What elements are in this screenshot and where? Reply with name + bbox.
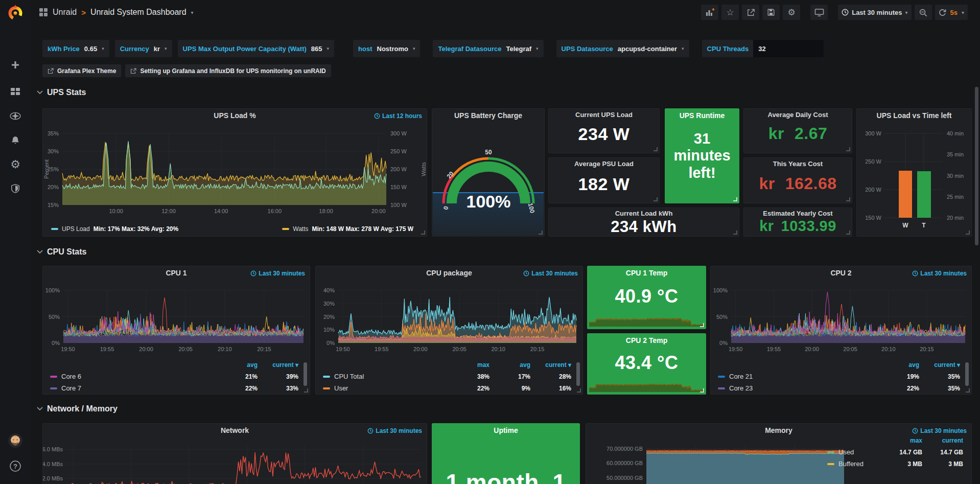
- legend-sort-max[interactable]: max: [884, 437, 922, 444]
- variable-host[interactable]: hostNostromo▾: [353, 40, 420, 57]
- panel-title[interactable]: Average PSU Load: [549, 158, 659, 170]
- svg-text:20:05: 20:05: [452, 346, 466, 352]
- section-ups-stats[interactable]: UPS Stats: [37, 88, 86, 97]
- server-admin-shield-icon[interactable]: [0, 178, 31, 199]
- section-cpu-stats[interactable]: CPU Stats: [37, 247, 86, 257]
- panel-title[interactable]: UPS Load %: [43, 109, 427, 123]
- panel-title[interactable]: Current UPS Load: [549, 109, 659, 121]
- panel-title[interactable]: UPS Runtime: [665, 109, 739, 123]
- refresh-interval[interactable]: 5s: [950, 9, 958, 16]
- variable-currency[interactable]: Currencykr▾: [115, 40, 172, 57]
- zoom-out-button[interactable]: [915, 5, 932, 20]
- panel-title[interactable]: CPU 1 Temp: [588, 266, 706, 280]
- variable-cpu-threads[interactable]: CPU Threads32: [702, 40, 824, 57]
- svg-text:6.0 MBs: 6.0 MBs: [43, 446, 63, 452]
- dashboard-link[interactable]: Setting up Grafana and InfluxDB for UPS …: [125, 64, 331, 77]
- legend-sort-current[interactable]: current ▾: [261, 361, 298, 368]
- variable-ups-max-output-power-capacity-watt-[interactable]: UPS Max Output Power Capacity (Watt)865▾: [178, 40, 334, 57]
- legend-item[interactable]: WattsMin: 148 W Max: 278 W Avg: 175 W: [282, 225, 413, 233]
- panel-average-daily-cost: Average Daily Cost kr2.67: [743, 108, 852, 153]
- panel-uptime: Uptime 1 month, 1: [432, 423, 580, 484]
- variable-value[interactable]: 865: [311, 45, 322, 53]
- legend-sort-avg[interactable]: avg: [881, 361, 919, 368]
- variable-value[interactable]: kr: [154, 45, 160, 53]
- variable-value[interactable]: Nostromo: [377, 45, 408, 53]
- panel-title[interactable]: UPS Battery Charge: [432, 109, 544, 123]
- legend-scrollbar[interactable]: [304, 362, 307, 386]
- panel-title[interactable]: This Years Cost: [744, 158, 852, 170]
- tv-cycle-button[interactable]: [810, 5, 828, 20]
- variable-value[interactable]: Telegraf: [506, 45, 531, 53]
- legend-sort-avg[interactable]: avg: [493, 361, 530, 368]
- stat-value: 31 minutes left!: [665, 130, 739, 181]
- panel-title[interactable]: UPS Load vs Time left: [857, 109, 971, 123]
- legend-series[interactable]: Core 21: [718, 373, 878, 380]
- svg-text:20:00: 20:00: [805, 346, 819, 352]
- chevron-down-icon: [37, 90, 43, 95]
- refresh-button[interactable]: 5s ▾: [935, 5, 968, 20]
- variable-ups-datasource[interactable]: UPS Datasourceapcupsd-container▾: [556, 40, 689, 57]
- star-button[interactable]: ☆: [721, 5, 739, 20]
- svg-text:19:55: 19:55: [767, 346, 781, 352]
- dashboard-scrollbar[interactable]: [975, 87, 978, 245]
- save-button[interactable]: [762, 5, 780, 20]
- share-button[interactable]: [742, 5, 759, 20]
- variable-label: Currency: [120, 45, 149, 53]
- svg-text:12:00: 12:00: [161, 208, 176, 214]
- stat-value: 40.9 °C: [588, 286, 706, 307]
- svg-text:20:10: 20:10: [218, 346, 232, 352]
- panel-title[interactable]: Current Load kWh: [549, 208, 739, 218]
- dashboard-link[interactable]: Grafana Plex Theme: [42, 64, 121, 77]
- help-icon[interactable]: ?: [0, 456, 31, 476]
- panel-title[interactable]: CPU 2 Temp: [588, 334, 706, 348]
- legend-sort-max[interactable]: max: [452, 361, 489, 368]
- svg-text:20 min: 20 min: [947, 215, 964, 221]
- legend-sort-current[interactable]: current ▾: [533, 361, 571, 368]
- panel-title[interactable]: Estimated Yearly Cost: [744, 208, 852, 218]
- section-network-memory[interactable]: Network / Memory: [37, 404, 118, 413]
- breadcrumb-folder[interactable]: Unraid: [53, 8, 77, 17]
- legend-sort-current[interactable]: current: [925, 437, 963, 444]
- add-panel-button[interactable]: [701, 5, 718, 20]
- alerting-bell-icon[interactable]: [0, 130, 31, 151]
- svg-text:2.0 MBs: 2.0 MBs: [43, 475, 63, 481]
- legend-series[interactable]: Core 7: [50, 384, 217, 392]
- legend-item[interactable]: UPS LoadMin: 17% Max: 32% Avg: 20%: [51, 225, 178, 233]
- panel-title[interactable]: Average Daily Cost: [744, 109, 852, 121]
- legend-series[interactable]: Core 6: [50, 373, 217, 380]
- legend-series[interactable]: CPU Total: [323, 373, 449, 380]
- dashboard-grid-icon[interactable]: [39, 8, 48, 17]
- explore-compass-icon[interactable]: [0, 106, 31, 126]
- grafana-dashboard: ⚙ ?: [0, 0, 980, 484]
- variable-kwh-price[interactable]: kWh Price0.65▾: [42, 40, 109, 57]
- chevron-down-icon: [37, 250, 43, 254]
- legend-scrollbar[interactable]: [576, 362, 580, 386]
- variable-value[interactable]: 0.65: [84, 45, 97, 53]
- legend-series[interactable]: User: [323, 384, 449, 392]
- grafana-logo[interactable]: [4, 1, 27, 25]
- legend-series[interactable]: Buffered: [827, 460, 881, 468]
- legend-sort-avg[interactable]: avg: [220, 361, 258, 368]
- dashboards-icon[interactable]: [0, 81, 31, 102]
- legend-series[interactable]: Core 23: [718, 384, 878, 392]
- legend-sort-current[interactable]: current ▾: [922, 361, 960, 368]
- legend-series[interactable]: Used: [827, 448, 881, 456]
- variable-input[interactable]: 32: [753, 40, 824, 57]
- dashboard-title[interactable]: Unraid System Dashboard: [90, 8, 186, 17]
- svg-text:100%: 100%: [45, 287, 60, 293]
- configuration-gear-icon[interactable]: ⚙: [0, 154, 31, 175]
- variable-telegraf-datasource[interactable]: Telegraf DatasourceTelegraf▾: [433, 40, 543, 57]
- time-range-picker[interactable]: Last 30 minutes ▾: [838, 5, 911, 20]
- caret-down-icon: ▾: [413, 46, 415, 51]
- user-avatar[interactable]: [0, 430, 31, 451]
- stat-value: 43.4 °C: [588, 352, 706, 374]
- variable-value[interactable]: apcupsd-container: [618, 45, 677, 53]
- caret-down-icon[interactable]: ▾: [191, 10, 194, 15]
- legend-table: avgcurrent ▾Core 2119%35%Core 2322%35%: [718, 361, 960, 392]
- panel-time-override: Last 12 hours: [374, 112, 422, 120]
- create-plus-icon[interactable]: [0, 55, 31, 75]
- legend-scrollbar[interactable]: [965, 362, 969, 386]
- dashboard-settings-gear-button[interactable]: ⚙: [783, 5, 800, 20]
- svg-text:150 W: 150 W: [865, 215, 881, 221]
- panel-title[interactable]: Uptime: [432, 424, 579, 437]
